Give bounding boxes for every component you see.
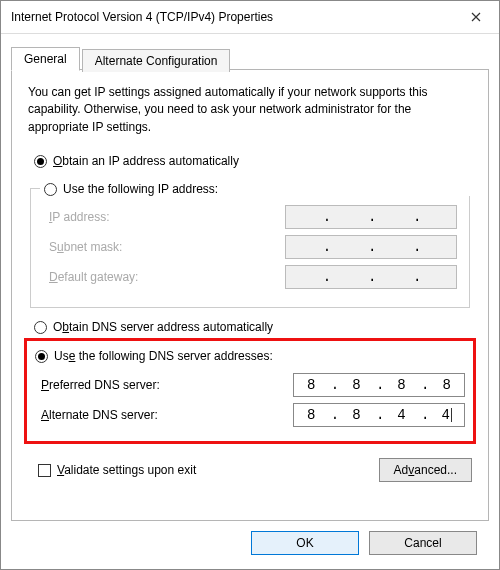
alternate-dns-label: Alternate DNS server: [35, 408, 293, 422]
subnet-mask-label: Subnet mask: [43, 240, 285, 254]
titlebar: Internet Protocol Version 4 (TCP/IPv4) P… [1, 1, 499, 34]
dialog-footer: OK Cancel [11, 521, 489, 555]
radio-label: Obtain DNS server address automatically [53, 320, 273, 334]
ip-address-group: IP address: ... Subnet mask: ... Default… [30, 188, 470, 308]
radio-use-following-ip[interactable]: Use the following IP address: [40, 182, 484, 196]
window-title: Internet Protocol Version 4 (TCP/IPv4) P… [11, 10, 453, 24]
subnet-mask-input: ... [285, 235, 457, 259]
tab-panel-general: You can get IP settings assigned automat… [11, 69, 489, 521]
radio-icon [34, 321, 47, 334]
default-gateway-label: Default gateway: [43, 270, 285, 284]
radio-obtain-ip-auto[interactable]: Obtain an IP address automatically [34, 154, 472, 168]
bottom-options-row: Validate settings upon exit Advanced... [28, 458, 472, 482]
advanced-button[interactable]: Advanced... [379, 458, 472, 482]
preferred-dns-label: Preferred DNS server: [35, 378, 293, 392]
validate-label: Validate settings upon exit [57, 463, 196, 477]
radio-label: Use the following IP address: [63, 182, 218, 196]
radio-obtain-dns-auto[interactable]: Obtain DNS server address automatically [34, 320, 472, 334]
tab-bar: General Alternate Configuration [11, 44, 489, 70]
radio-icon [44, 183, 57, 196]
text-caret-icon [451, 408, 452, 422]
dns-highlight-box: Use the following DNS server addresses: … [24, 338, 476, 444]
description-text: You can get IP settings assigned automat… [28, 84, 472, 136]
alternate-dns-input[interactable]: 8. 8. 4. 4 [293, 403, 465, 427]
ip-address-label: IP address: [43, 210, 285, 224]
dialog-body: General Alternate Configuration You can … [1, 34, 499, 569]
radio-use-following-dns[interactable]: Use the following DNS server addresses: [35, 349, 465, 363]
default-gateway-input: ... [285, 265, 457, 289]
close-icon[interactable] [453, 1, 499, 33]
radio-icon [34, 155, 47, 168]
ip-address-input: ... [285, 205, 457, 229]
radio-label: Use the following DNS server addresses: [54, 349, 273, 363]
radio-icon [35, 350, 48, 363]
ok-button[interactable]: OK [251, 531, 359, 555]
tab-alternate-configuration[interactable]: Alternate Configuration [82, 49, 231, 72]
preferred-dns-input[interactable]: 8. 8. 8. 8 [293, 373, 465, 397]
dialog-window: Internet Protocol Version 4 (TCP/IPv4) P… [0, 0, 500, 570]
tab-general[interactable]: General [11, 47, 80, 71]
cancel-button[interactable]: Cancel [369, 531, 477, 555]
validate-checkbox[interactable] [38, 464, 51, 477]
radio-label: Obtain an IP address automatically [53, 154, 239, 168]
